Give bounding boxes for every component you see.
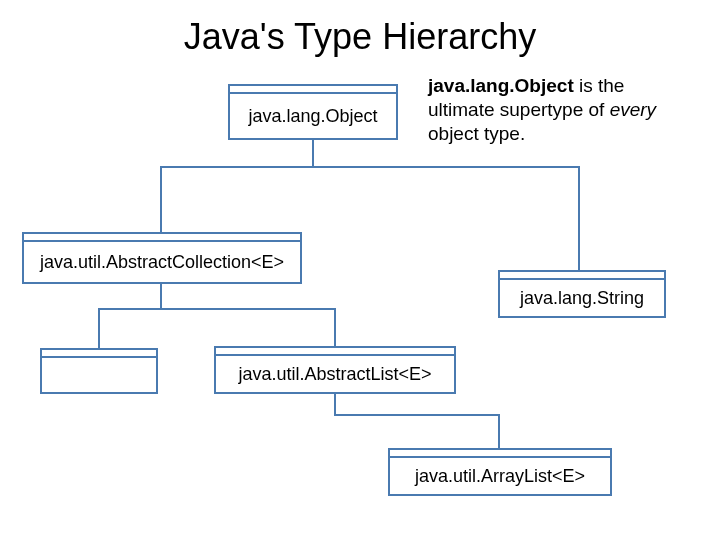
class-box-header: [500, 272, 664, 280]
connector-line: [160, 284, 162, 308]
connector-line: [98, 308, 100, 348]
connector-line: [498, 414, 500, 448]
connector-line: [334, 414, 500, 416]
class-box-label: [42, 358, 156, 392]
class-box-label: java.util.AbstractCollection<E>: [24, 242, 300, 282]
class-box-header: [24, 234, 300, 242]
class-box-empty: [40, 348, 158, 394]
class-box-label: java.lang.String: [500, 280, 664, 316]
annotation-mid2: object type.: [428, 123, 525, 144]
connector-line: [334, 394, 336, 414]
class-box-label: java.util.ArrayList<E>: [390, 458, 610, 494]
class-box-header: [390, 450, 610, 458]
connector-line: [578, 166, 580, 270]
class-box-abstract-list: java.util.AbstractList<E>: [214, 346, 456, 394]
connector-line: [160, 166, 162, 232]
connector-line: [160, 166, 580, 168]
class-box-array-list: java.util.ArrayList<E>: [388, 448, 612, 496]
class-box-string: java.lang.String: [498, 270, 666, 318]
class-box-label: java.util.AbstractList<E>: [216, 356, 454, 392]
connector-line: [98, 308, 336, 310]
class-box-header: [42, 350, 156, 358]
connector-line: [312, 140, 314, 166]
class-box-label: java.lang.Object: [230, 94, 396, 138]
page-title: Java's Type Hierarchy: [0, 16, 720, 58]
class-box-header: [216, 348, 454, 356]
class-box-abstract-collection: java.util.AbstractCollection<E>: [22, 232, 302, 284]
class-box-object: java.lang.Object: [228, 84, 398, 140]
class-box-header: [230, 86, 396, 94]
annotation-text: java.lang.Object is the ultimate superty…: [428, 74, 688, 145]
annotation-bold: java.lang.Object: [428, 75, 574, 96]
annotation-italic: every: [610, 99, 656, 120]
connector-line: [334, 308, 336, 346]
